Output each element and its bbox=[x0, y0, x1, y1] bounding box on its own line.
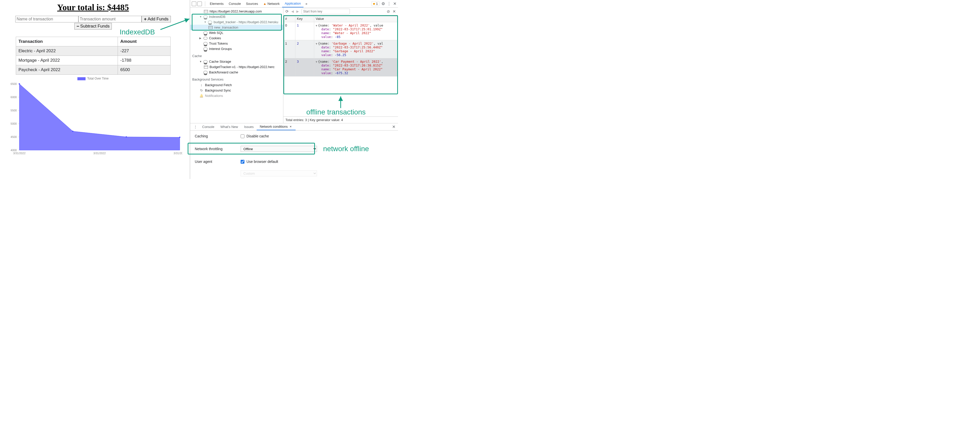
close-icon[interactable]: ✕ bbox=[393, 1, 396, 6]
tree-item-cache-entry[interactable]: BudgetTracker-v1 - https://budget-2022.h… bbox=[210, 65, 274, 69]
svg-text:3/31/2022: 3/31/2022 bbox=[93, 152, 106, 155]
start-from-key-input[interactable] bbox=[301, 9, 350, 14]
fetch-icon bbox=[199, 84, 204, 87]
drawer-tab-whatsnew[interactable]: What's New bbox=[218, 124, 241, 130]
delete-icon[interactable]: ✕ bbox=[393, 9, 396, 14]
tree-item-trust-tokens[interactable]: Trust Tokens bbox=[209, 41, 228, 45]
bell-icon: 🔔 bbox=[199, 94, 204, 97]
refresh-icon[interactable]: ⟳ bbox=[285, 9, 289, 14]
tx-amount: -227 bbox=[118, 46, 170, 56]
svg-point-15 bbox=[179, 137, 180, 138]
inspect-icon[interactable] bbox=[192, 2, 196, 6]
use-default-ua-label: Use browser default bbox=[247, 160, 278, 164]
svg-text:3/31/2022: 3/31/2022 bbox=[173, 152, 182, 155]
tree-item-cookies[interactable]: Cookies bbox=[209, 36, 221, 40]
disable-cache-label: Disable cache bbox=[247, 134, 269, 138]
tree-item-bg-fetch[interactable]: Background Fetch bbox=[205, 83, 232, 87]
tab-sources[interactable]: Sources bbox=[243, 0, 261, 7]
th-idx[interactable]: # bbox=[284, 16, 295, 22]
svg-text:5500: 5500 bbox=[10, 109, 17, 112]
tree-item-notifications[interactable]: Notifications bbox=[205, 94, 223, 97]
svg-point-13 bbox=[72, 131, 73, 132]
tx-name: Paycheck - April 2022 bbox=[16, 65, 118, 75]
tree-item-bf-cache[interactable]: Back/forward cache bbox=[209, 70, 238, 74]
annotation-network-offline: network offline bbox=[323, 145, 369, 153]
clear-icon[interactable]: ⊘ bbox=[387, 9, 390, 14]
tree-section-bg: Background Services bbox=[190, 75, 283, 82]
tree-item-websql[interactable]: Web SQL bbox=[209, 31, 223, 35]
issues-badge[interactable]: ■1 bbox=[371, 1, 379, 6]
tx-name: Electric - April 2022 bbox=[16, 46, 118, 56]
gear-icon[interactable]: ⚙ bbox=[382, 1, 385, 6]
cookie-icon bbox=[204, 37, 207, 40]
tree-item-cache-storage[interactable]: Cache Storage bbox=[209, 60, 231, 64]
svg-text:6500: 6500 bbox=[10, 82, 17, 85]
svg-text:6000: 6000 bbox=[10, 96, 17, 99]
database-icon bbox=[204, 48, 207, 51]
th-value[interactable]: Value bbox=[314, 16, 398, 22]
tree-item-indexeddb[interactable]: IndexedDB bbox=[209, 15, 225, 19]
chart-total-over-time: Total Over Time 400045005000550060006500… bbox=[4, 76, 182, 163]
legend-label: Total Over Time bbox=[87, 77, 108, 80]
table-icon bbox=[208, 26, 213, 29]
tree-item-interest-groups[interactable]: Interest Groups bbox=[209, 47, 232, 51]
svg-text:3/31/2022: 3/31/2022 bbox=[13, 152, 25, 155]
database-icon bbox=[204, 71, 207, 74]
tab-console[interactable]: Console bbox=[226, 0, 243, 7]
chart-svg: 400045005000550060006500 3/31/20223/31/2… bbox=[4, 81, 182, 158]
tree-item-herokuapp[interactable]: https://budget-2022.herokuapp.com bbox=[210, 10, 262, 13]
tabs-overflow-icon[interactable]: » bbox=[304, 2, 309, 6]
kebab-icon[interactable]: ⋮ bbox=[192, 125, 199, 129]
th-transaction: Transaction bbox=[16, 37, 118, 46]
database-icon bbox=[208, 21, 212, 24]
device-toggle-icon[interactable] bbox=[197, 2, 202, 6]
tree-item-budget-tracker[interactable]: budget_tracker - https://budget-2022.her… bbox=[214, 20, 278, 24]
minus-icon: − bbox=[76, 24, 80, 29]
database-icon bbox=[204, 31, 207, 34]
svg-text:5000: 5000 bbox=[10, 122, 17, 125]
plus-icon: + bbox=[144, 17, 146, 22]
tx-amount: -1788 bbox=[118, 56, 170, 65]
svg-point-14 bbox=[126, 136, 127, 138]
tab-network[interactable]: ▲Network bbox=[261, 0, 282, 7]
warning-icon: ▲ bbox=[263, 2, 267, 6]
subtract-funds-label: Subtract Funds bbox=[80, 24, 110, 29]
use-default-ua-checkbox[interactable] bbox=[240, 160, 244, 164]
svg-point-12 bbox=[19, 83, 20, 85]
transaction-name-input[interactable] bbox=[15, 16, 78, 22]
table-row[interactable]: 1 2 ▼{name: 'Garbage - April 2022', val … bbox=[284, 40, 398, 58]
tab-elements[interactable]: Elements bbox=[207, 0, 226, 7]
tx-amount: 6500 bbox=[118, 65, 170, 75]
table-icon bbox=[204, 10, 208, 13]
table-icon bbox=[204, 65, 208, 69]
drawer-tab-nc[interactable]: Network conditions × bbox=[257, 123, 296, 130]
disable-cache-checkbox[interactable] bbox=[240, 134, 244, 138]
drawer-tab-issues[interactable]: Issues bbox=[241, 124, 257, 130]
subtract-funds-button[interactable]: −Subtract Funds bbox=[74, 23, 112, 30]
close-icon[interactable]: × bbox=[289, 124, 293, 128]
throttling-select[interactable]: Offline bbox=[240, 146, 317, 152]
th-key[interactable]: Key bbox=[295, 16, 314, 22]
status-line: Total entries: 3 | Key generator value: … bbox=[283, 116, 398, 123]
page-title: Your total is: $4485 bbox=[0, 3, 186, 12]
custom-ua-select: Custom bbox=[240, 170, 317, 176]
kebab-icon[interactable]: ⋮ bbox=[387, 1, 391, 6]
drawer-tab-console[interactable]: Console bbox=[199, 124, 218, 130]
database-icon bbox=[204, 60, 207, 63]
add-funds-label: Add Funds bbox=[148, 17, 169, 22]
storage-tree[interactable]: https://budget-2022.herokuapp.com ▼Index… bbox=[190, 8, 283, 123]
close-icon[interactable]: ✕ bbox=[391, 124, 396, 129]
tab-application[interactable]: Application bbox=[282, 0, 304, 7]
table-row[interactable]: 0 1 ▼{name: 'Water - April 2022', value … bbox=[284, 22, 398, 40]
database-icon bbox=[204, 42, 207, 45]
table-row: Paycheck - April 2022 6500 bbox=[16, 65, 170, 75]
th-amount: Amount bbox=[118, 37, 170, 46]
tree-item-new-transaction[interactable]: new_transaction bbox=[214, 26, 238, 29]
table-row: Electric - April 2022 -227 bbox=[16, 46, 170, 56]
table-row[interactable]: 2 3 ▼{name: 'Car Payment - April 2022', … bbox=[284, 58, 398, 77]
indexeddb-table: # Key Value 0 1 ▼{name: 'Water - April 2… bbox=[283, 15, 398, 77]
tree-item-bg-sync[interactable]: Background Sync bbox=[205, 88, 231, 92]
label-user-agent: User agent bbox=[195, 160, 240, 164]
add-funds-button[interactable]: +Add Funds bbox=[142, 16, 171, 22]
transaction-amount-input[interactable] bbox=[78, 16, 142, 22]
